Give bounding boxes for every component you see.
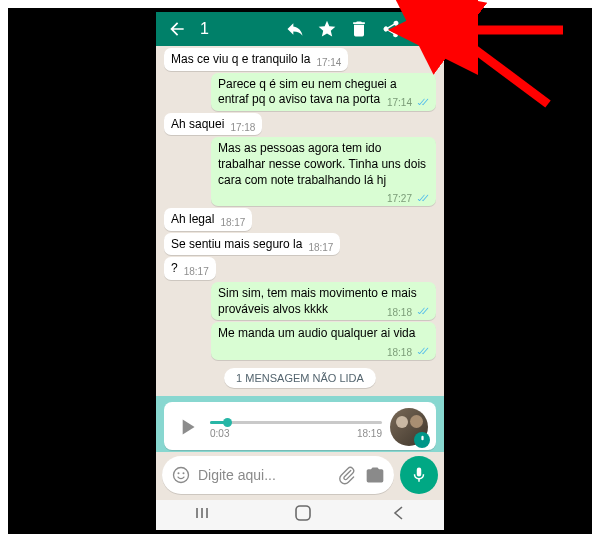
selected-count: 1 — [200, 20, 214, 38]
message-text: Parece q é sim eu nem cheguei a entraf p… — [218, 77, 397, 107]
message-bubble: Me manda um audio qualquer ai vida18:18 — [211, 322, 436, 360]
message-in[interactable]: ?18:17 — [164, 257, 436, 280]
mic-badge-icon — [414, 432, 430, 448]
message-time: 17:14 — [316, 56, 341, 69]
reply-button[interactable] — [280, 14, 310, 44]
svg-point-0 — [174, 468, 189, 483]
star-button[interactable] — [312, 14, 342, 44]
share-button[interactable] — [376, 14, 406, 44]
voice-time: 18:19 — [357, 428, 382, 439]
svg-point-2 — [183, 472, 185, 474]
message-time: 18:17 — [308, 241, 333, 254]
read-ticks-icon — [415, 307, 429, 317]
message-in[interactable]: Se sentiu mais seguro la18:17 — [164, 233, 436, 256]
back-button[interactable] — [162, 14, 192, 44]
message-bubble: Sim sim, tem mais movimento e mais prová… — [211, 282, 436, 320]
message-text: Ah saquei — [171, 117, 224, 131]
delete-button[interactable] — [344, 14, 374, 44]
selected-message-highlight[interactable]: 0:0318:19 — [156, 396, 444, 452]
message-time: 18:17 — [184, 265, 209, 278]
message-time: 17:14 — [387, 96, 429, 109]
nav-back[interactable] — [391, 505, 405, 525]
message-bubble: Se sentiu mais seguro la18:17 — [164, 233, 340, 256]
voice-track[interactable]: 0:0318:19 — [210, 415, 382, 439]
message-text: Ah legal — [171, 212, 214, 226]
screenshot-panel: 1 — [8, 8, 592, 534]
voice-duration: 0:03 — [210, 428, 229, 439]
unread-divider: 1 MENSAGEM NÃO LIDA — [224, 368, 376, 388]
chat-scroll[interactable]: Mas ce viu q e tranquilo la17:14Parece q… — [156, 46, 444, 452]
message-text: Me manda um audio qualquer ai vida — [218, 326, 415, 340]
svg-rect-3 — [296, 506, 310, 520]
read-ticks-icon — [415, 194, 429, 204]
read-ticks-icon — [415, 98, 429, 108]
message-bubble: Ah legal18:17 — [164, 208, 252, 231]
annotation-arrow — [428, 14, 568, 128]
message-bubble: Ah saquei17:18 — [164, 113, 262, 136]
nav-recent[interactable] — [195, 506, 215, 524]
composer: Digite aqui... — [156, 452, 444, 500]
message-bubble: Mas as pessoas agora tem ido trabalhar n… — [211, 137, 436, 206]
message-out[interactable]: Sim sim, tem mais movimento e mais prová… — [164, 282, 436, 320]
emoji-icon[interactable] — [170, 464, 192, 486]
message-placeholder: Digite aqui... — [198, 467, 330, 483]
message-time: 18:18 — [387, 306, 429, 319]
sender-avatar — [390, 408, 428, 446]
message-in[interactable]: Ah legal18:17 — [164, 208, 436, 231]
message-in[interactable]: Ah saquei17:18 — [164, 113, 436, 136]
message-bubble: ?18:17 — [164, 257, 216, 280]
nav-home[interactable] — [294, 504, 312, 526]
message-time: 18:17 — [220, 216, 245, 229]
message-text: ? — [171, 261, 178, 275]
attach-icon[interactable] — [336, 464, 358, 486]
message-bubble: Mas ce viu q e tranquilo la17:14 — [164, 48, 348, 71]
play-button[interactable] — [172, 412, 202, 442]
message-out[interactable]: Mas as pessoas agora tem ido trabalhar n… — [164, 137, 436, 206]
message-bubble: Parece q é sim eu nem cheguei a entraf p… — [211, 73, 436, 111]
message-out[interactable]: Me manda um audio qualquer ai vida18:18 — [164, 322, 436, 360]
message-in[interactable]: Mas ce viu q e tranquilo la17:14 — [164, 48, 436, 71]
message-input[interactable]: Digite aqui... — [162, 456, 394, 494]
mic-button[interactable] — [400, 456, 438, 494]
read-ticks-icon — [415, 347, 429, 357]
message-time: 17:27 — [387, 192, 429, 205]
camera-icon[interactable] — [364, 464, 386, 486]
message-out[interactable]: Parece q é sim eu nem cheguei a entraf p… — [164, 73, 436, 111]
forward-button[interactable] — [408, 14, 438, 44]
message-text: Se sentiu mais seguro la — [171, 237, 302, 251]
message-text: Mas as pessoas agora tem ido trabalhar n… — [218, 141, 426, 186]
message-time: 17:18 — [230, 121, 255, 134]
selection-action-bar: 1 — [156, 12, 444, 46]
voice-message[interactable]: 0:0318:19 — [164, 402, 436, 450]
message-text: Mas ce viu q e tranquilo la — [171, 52, 310, 66]
svg-point-1 — [178, 472, 180, 474]
phone-frame: 1 — [156, 12, 444, 530]
svg-line-4 — [446, 28, 548, 104]
android-nav-bar — [156, 500, 444, 530]
message-time: 18:18 — [387, 346, 429, 359]
